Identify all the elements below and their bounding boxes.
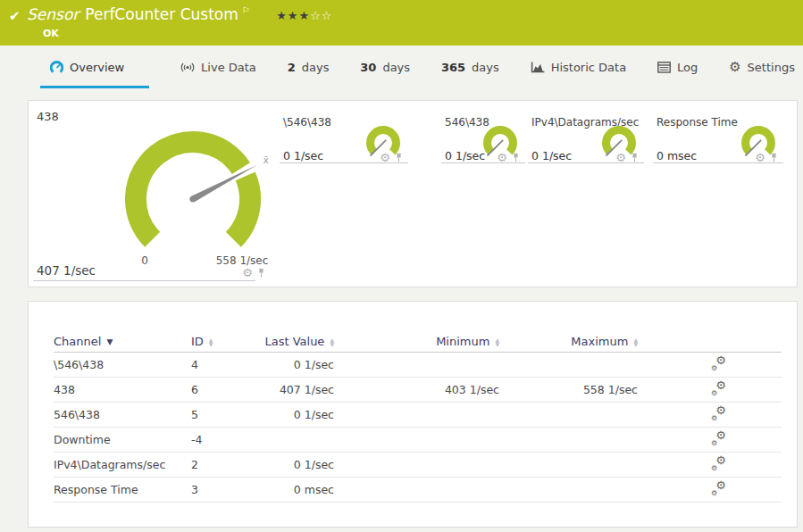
column-header-id[interactable]: ID ▲▼: [191, 335, 236, 348]
gauge-tile: \546\438 0 1/sec ⚙: [280, 101, 408, 172]
cell-last-value: 0 1/sec: [236, 458, 334, 471]
table-row: IPv4\Datagrams/sec 2 0 1/sec ⚙⚙: [54, 453, 782, 478]
cell-id: -4: [191, 433, 236, 446]
stars-filled: ★★★: [276, 9, 310, 22]
tab-label: days: [302, 61, 330, 74]
channel-last-value: 407 1/sec: [37, 263, 96, 278]
channel-settings-icon[interactable]: ⚙⚙: [711, 457, 726, 470]
gauge-icon: [50, 61, 63, 74]
column-header-maximum[interactable]: Maximum ▲▼: [499, 335, 638, 348]
cell-id: 2: [191, 458, 236, 471]
tab-label: Historic Data: [551, 61, 627, 74]
status-badge: OK: [43, 28, 59, 39]
cell-id: 3: [191, 483, 236, 496]
channel-name: Response Time: [657, 116, 738, 129]
channel-name: \546\438: [283, 116, 331, 129]
cell-id: 4: [191, 358, 236, 371]
sort-icon: ▲▼: [633, 337, 638, 346]
table-header-row: Channel ▼ ID ▲▼ Last Value ▲▼ Minimum ▲▼…: [54, 302, 782, 353]
tab-label: days: [472, 61, 499, 74]
tab-2-days[interactable]: 2 days: [288, 61, 330, 86]
tile-separator: [280, 162, 408, 163]
channel-last-value: 0 1/sec: [531, 149, 572, 162]
gauge-panel: 438 x̄ 0 558 1/sec 407 1/sec ⚙ \546\438 …: [28, 100, 798, 287]
tile-separator: [528, 162, 644, 163]
sensor-title-row: SensorPerfCounter Custom⚐ ★★★☆☆: [27, 5, 332, 23]
column-header-channel[interactable]: Channel ▼: [54, 335, 191, 348]
cell-minimum: 403 1/sec: [334, 383, 499, 396]
table-row: 546\438 5 0 1/sec ⚙⚙: [54, 403, 782, 428]
tile-separator: [33, 280, 255, 281]
cell-id: 6: [191, 383, 236, 396]
column-header-last-value[interactable]: Last Value ▲▼: [236, 335, 334, 348]
table-row: Downtime -4 ⚙⚙: [54, 428, 782, 453]
channel-name: 438: [37, 110, 59, 123]
tile-separator: [653, 162, 783, 163]
channel-last-value: 0 msec: [657, 149, 697, 162]
cell-last-value: 0 1/sec: [236, 358, 334, 371]
sensor-header: ✔ SensorPerfCounter Custom⚐ ★★★☆☆ OK: [0, 0, 803, 46]
table-row: Response Time 3 0 msec ⚙⚙: [54, 478, 782, 503]
channel-settings-icon[interactable]: ⚙⚙: [711, 382, 726, 395]
tab-label: Live Data: [201, 61, 256, 74]
tab-overview[interactable]: Overview: [40, 61, 149, 88]
cell-channel: 438: [54, 383, 191, 396]
sort-icon: ▲▼: [209, 337, 213, 346]
cell-last-value: 0 msec: [236, 483, 334, 496]
tab-label: Overview: [70, 61, 124, 74]
gauge-tile: IPv4\Datagrams/sec 0 1/sec ⚙: [528, 101, 644, 172]
cell-channel: 546\438: [54, 408, 191, 421]
svg-text:x̄: x̄: [263, 155, 269, 165]
tab-live-data[interactable]: Live Data: [180, 61, 256, 86]
tab-label: days: [382, 61, 410, 74]
tab-settings[interactable]: ⚙ Settings: [729, 61, 795, 86]
tab-30-days[interactable]: 30 days: [360, 61, 410, 86]
channel-settings-icon[interactable]: ⚙⚙: [711, 482, 726, 495]
cell-channel: \546\438: [54, 358, 191, 371]
tab-historic-data[interactable]: Historic Data: [531, 61, 627, 86]
cell-last-value: 407 1/sec: [236, 383, 334, 396]
broadcast-icon: [180, 61, 195, 74]
priority-stars[interactable]: ★★★☆☆: [276, 9, 332, 22]
channel-settings-icon[interactable]: ⚙⚙: [711, 432, 726, 445]
cell-last-value: 0 1/sec: [236, 408, 334, 421]
tab-label: Log: [677, 61, 698, 74]
gauge-min-label: 0: [127, 254, 163, 267]
tab-bar: Overview Live Data 2 days 30 days 365 da…: [0, 46, 803, 100]
tab-log[interactable]: Log: [657, 61, 698, 86]
tab-365-days[interactable]: 365 days: [441, 61, 499, 86]
gauge-tile: Response Time 0 msec ⚙: [653, 101, 783, 172]
gear-icon[interactable]: ⚙: [242, 268, 253, 278]
cell-channel: IPv4\Datagrams/sec: [54, 458, 191, 471]
channel-settings-icon[interactable]: ⚙⚙: [711, 357, 726, 370]
cell-maximum: 558 1/sec: [499, 383, 638, 396]
table-row: 438 6 407 1/sec 403 1/sec 558 1/sec ⚙⚙: [54, 378, 782, 403]
flag-icon[interactable]: ⚐: [242, 5, 250, 15]
status-ok-check-icon: ✔: [9, 8, 21, 24]
table-body: \546\438 4 0 1/sec ⚙⚙ 438 6 407 1/sec 40…: [29, 353, 797, 503]
channel-settings-icon[interactable]: ⚙⚙: [711, 407, 726, 420]
cell-channel: Downtime: [54, 433, 191, 446]
tile-separator: [441, 162, 525, 163]
main-gauge-tile: 438 x̄ 0 558 1/sec 407 1/sec ⚙: [29, 101, 270, 287]
sort-desc-icon: ▼: [106, 337, 113, 346]
cell-channel: Response Time: [54, 483, 191, 496]
channel-last-value: 0 1/sec: [445, 149, 485, 162]
stars-empty: ☆☆: [310, 9, 332, 22]
main-gauge: x̄: [114, 128, 275, 254]
gear-icon: ⚙: [729, 62, 740, 73]
cell-id: 5: [191, 408, 236, 421]
gauge-tile: 546\438 0 1/sec ⚙: [441, 101, 525, 172]
table-row: \546\438 4 0 1/sec ⚙⚙: [54, 353, 782, 378]
pin-icon[interactable]: [257, 268, 265, 278]
column-header-minimum[interactable]: Minimum ▲▼: [334, 335, 499, 348]
channel-last-value: 0 1/sec: [283, 149, 323, 162]
gauge-max-label: 558 1/sec: [210, 254, 274, 267]
page-title: PerfCounter Custom: [85, 5, 238, 23]
tab-label: Settings: [748, 61, 795, 74]
object-kind-label: Sensor: [27, 5, 79, 23]
chart-icon: [531, 62, 545, 73]
log-icon: [657, 62, 671, 73]
channel-table-panel: Channel ▼ ID ▲▼ Last Value ▲▼ Minimum ▲▼…: [28, 301, 798, 528]
small-gauge-tiles: \546\438 0 1/sec ⚙ 546\438 0 1/sec ⚙ IPv…: [270, 101, 797, 287]
